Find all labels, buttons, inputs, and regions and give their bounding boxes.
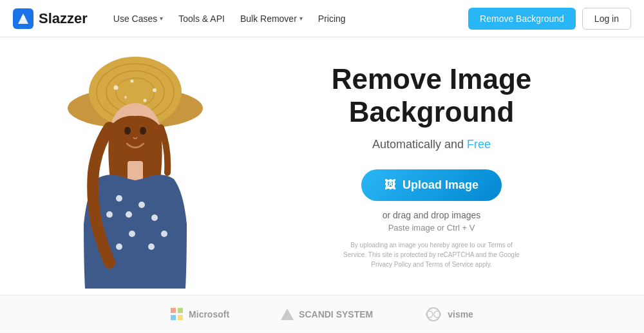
svg-point-23 <box>148 243 155 250</box>
hero-section: Remove Image Background Automatically an… <box>0 37 644 295</box>
svg-point-12 <box>124 96 127 99</box>
svg-point-8 <box>114 86 118 90</box>
chevron-down-icon: ▾ <box>160 15 163 22</box>
nav-item-use-cases[interactable]: Use Cases ▾ <box>113 14 163 24</box>
nav-links: Use Cases ▾ Tools & API Bulk Remover ▾ P… <box>113 14 449 24</box>
microsoft-icon <box>171 308 184 321</box>
hero-text: Remove Image Background Automatically an… <box>245 50 644 281</box>
logo[interactable]: Slazzer <box>13 8 88 29</box>
slazzer-logo-icon <box>13 8 33 29</box>
image-icon: 🖼 <box>384 178 396 192</box>
partners-bar: Microsoft SCANDI SYSTEM visme <box>0 295 644 332</box>
paste-text: Paste image or Ctrl + V <box>388 223 475 233</box>
logo-text: Slazzer <box>39 10 88 27</box>
svg-point-17 <box>126 211 132 218</box>
svg-point-9 <box>153 88 156 92</box>
free-label: Free <box>467 138 491 151</box>
microsoft-logo: Microsoft <box>171 308 229 321</box>
svg-point-21 <box>129 231 135 237</box>
visme-logo: visme <box>424 307 473 321</box>
svg-point-25 <box>140 127 146 135</box>
remove-background-button[interactable]: Remove Background <box>468 8 576 30</box>
navbar: Slazzer Use Cases ▾ Tools & API Bulk Rem… <box>0 0 644 37</box>
chevron-down-icon: ▾ <box>299 15 303 22</box>
svg-point-11 <box>144 99 147 102</box>
nav-item-bulk-remover[interactable]: Bulk Remover ▾ <box>240 14 303 24</box>
svg-point-20 <box>161 231 167 237</box>
terms-text: By uploading an image you hereby agree t… <box>341 240 522 269</box>
drag-drop-text: or drag and drop images <box>383 210 481 220</box>
svg-point-18 <box>151 214 158 221</box>
hero-image <box>26 44 245 289</box>
login-button[interactable]: Log in <box>582 8 631 30</box>
svg-point-16 <box>138 202 145 208</box>
svg-point-10 <box>131 80 134 83</box>
visme-icon <box>424 307 442 321</box>
upload-image-button[interactable]: 🖼 Upload Image <box>361 169 502 201</box>
nav-item-pricing[interactable]: Pricing <box>318 14 346 24</box>
scandi-icon <box>281 309 294 320</box>
svg-point-19 <box>106 211 113 218</box>
svg-point-24 <box>124 127 131 135</box>
hero-subtitle: Automatically and Free <box>372 138 491 151</box>
svg-point-22 <box>116 243 122 250</box>
scandi-system-logo: SCANDI SYSTEM <box>281 309 373 320</box>
nav-actions: Remove Background Log in <box>468 8 631 30</box>
hero-title: Remove Image Background <box>332 63 532 128</box>
svg-rect-14 <box>128 161 143 180</box>
svg-point-15 <box>116 195 122 202</box>
svg-point-2 <box>21 15 25 19</box>
svg-point-26 <box>427 308 440 321</box>
nav-item-tools-api[interactable]: Tools & API <box>178 14 225 24</box>
woman-illustration <box>26 44 245 289</box>
